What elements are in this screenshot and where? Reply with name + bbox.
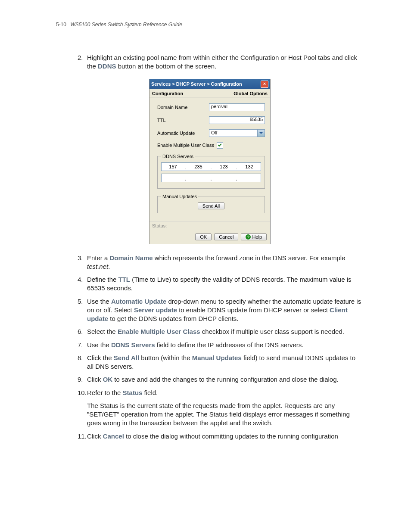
ttl-label: TTL xyxy=(157,118,209,123)
step-text: Use the DDNS Servers field to define the… xyxy=(87,341,364,349)
domain-name-input[interactable]: percival xyxy=(209,103,265,111)
step-number: 2. xyxy=(78,53,87,71)
status-label: Status: xyxy=(149,221,270,230)
step-text: Highlight an existing pool name from wit… xyxy=(87,53,364,71)
step-number: 11. xyxy=(78,432,87,441)
dialog-title: Services > DHCP Server > Configuration xyxy=(151,81,242,87)
ddns-servers-group: DDNS Servers 157. 235. 123. 132 . . . xyxy=(157,154,265,189)
step-number: 8. xyxy=(78,354,87,371)
send-all-button[interactable]: Send All xyxy=(198,202,224,209)
dialog-titlebar: Services > DHCP Server > Configuration × xyxy=(149,79,270,89)
step-text: Enter a Domain Name which represents the… xyxy=(87,254,364,271)
enable-multi-label: Enable Multiple User Class xyxy=(157,143,214,148)
close-icon[interactable]: × xyxy=(261,81,268,88)
step-number: 4. xyxy=(78,275,87,293)
auto-update-label: Automatic Update xyxy=(157,131,209,136)
step-number: 3. xyxy=(78,254,87,271)
ttl-input[interactable]: 65535 xyxy=(209,116,265,124)
doc-title: WS5100 Series Switch System Reference Gu… xyxy=(70,22,182,28)
step-text: Click the Send All button (within the Ma… xyxy=(87,354,364,371)
page-number: 5-10 xyxy=(56,22,66,28)
tab-global-options[interactable]: Global Options xyxy=(234,91,268,96)
ddns-ip-1[interactable]: 157. 235. 123. 132 xyxy=(161,162,261,171)
step-number: 9. xyxy=(78,375,87,384)
step-number: 5. xyxy=(78,297,87,324)
step-text: Click Cancel to close the dialog without… xyxy=(87,432,364,441)
page-header: 5-10 WS5100 Series Switch System Referen… xyxy=(56,22,364,28)
status-description: The Status is the current state of the r… xyxy=(87,401,364,428)
cancel-button[interactable]: Cancel xyxy=(214,233,238,240)
ddns-servers-legend: DDNS Servers xyxy=(161,154,195,159)
chevron-down-icon xyxy=(257,130,265,137)
manual-updates-legend: Manual Updates xyxy=(161,194,198,199)
step-number: 6. xyxy=(78,327,87,336)
help-button[interactable]: ? Help xyxy=(241,233,267,240)
enable-multi-checkbox[interactable] xyxy=(217,142,223,149)
tab-configuration[interactable]: Configuration xyxy=(152,91,183,96)
domain-name-label: Domain Name xyxy=(157,105,209,110)
step-number: 10. xyxy=(78,389,87,397)
manual-updates-group: Manual Updates Send All xyxy=(157,194,265,213)
step-text: Refer to the Status field. xyxy=(87,389,364,397)
step-text: Click OK to save and add the changes to … xyxy=(87,375,364,384)
step-number: 7. xyxy=(78,341,87,349)
step-text: Define the TTL (Time to Live) to specify… xyxy=(87,275,364,293)
ok-button[interactable]: OK xyxy=(195,233,212,240)
ddns-ip-2[interactable]: . . . xyxy=(161,174,261,182)
step-text: Select the Enable Multiple User Class ch… xyxy=(87,327,364,336)
ddns-config-dialog: Services > DHCP Server > Configuration ×… xyxy=(149,79,271,244)
auto-update-dropdown[interactable]: Off xyxy=(209,129,265,137)
help-icon: ? xyxy=(246,234,251,240)
step-text: Use the Automatic Update drop-down menu … xyxy=(87,297,364,324)
